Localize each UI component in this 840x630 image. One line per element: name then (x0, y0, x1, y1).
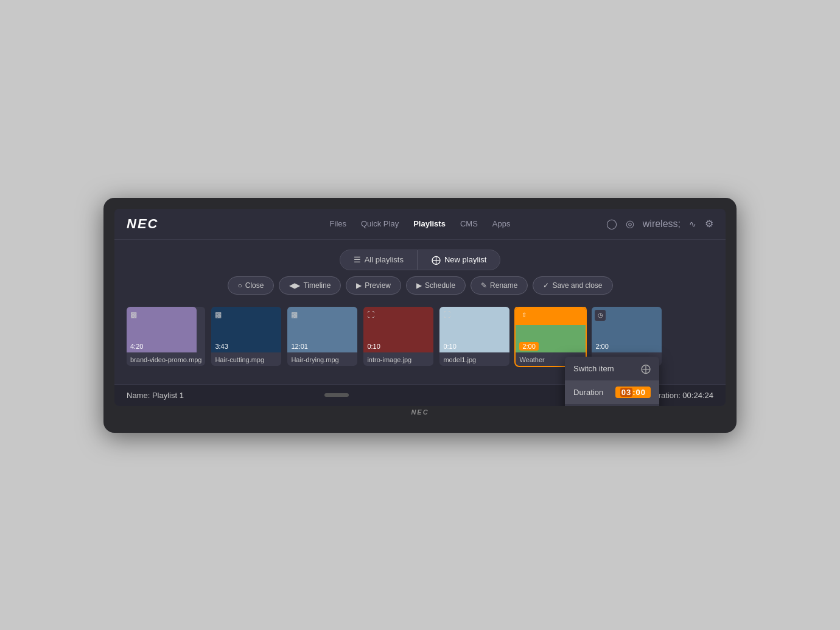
plus-icon: ⨁ (432, 254, 441, 265)
nec-logo: NEC (127, 216, 158, 232)
image-icon: ⛶ (443, 310, 450, 319)
tv-stand: NEC (114, 408, 726, 416)
globe-icon[interactable]: ◎ (626, 218, 634, 229)
image-icon: ⛶ (367, 310, 374, 319)
item-duration-7: 2:00 (595, 343, 608, 350)
duration-highlight: 03 (620, 388, 632, 397)
video-icon: ▩ (291, 310, 298, 319)
clock-badge: ◷ (595, 310, 606, 321)
tab-new-playlist[interactable]: ⨁ New playlist (418, 250, 500, 270)
nav-files[interactable]: Files (330, 219, 346, 228)
playlist-item[interactable]: ⛶ 0:10 intro-image.jpg (363, 307, 433, 366)
tv-monitor: NEC Files Quick Play Playlists CMS Apps … (103, 198, 737, 433)
playlist-item[interactable]: ⛶ 0:10 model1.jpg (439, 307, 509, 366)
list-icon: ☰ (354, 255, 361, 264)
item-name-4: intro-image.jpg (363, 352, 433, 366)
pencil-icon: ✎ (481, 281, 487, 290)
schedule-icon: ▶ (416, 281, 422, 290)
item-thumbnail-1: ▩ 4:20 (127, 307, 197, 352)
nec-bottom-logo: NEC (411, 408, 429, 416)
playlist-item[interactable]: ▩ 3:43 Hair-cutting.mpg (211, 307, 281, 366)
settings-icon[interactable]: ⚙ (705, 218, 713, 229)
nav-bar: NEC Files Quick Play Playlists CMS Apps … (114, 209, 726, 240)
item-duration-5: 0:10 (443, 343, 456, 350)
item-thumbnail-5: ⛶ 0:10 (439, 307, 509, 352)
duration-value[interactable]: 03:00 (615, 387, 651, 398)
content-area: ▩ 4:20 brand-video-promo.mpg ▩ 3:43 Hair… (114, 307, 726, 384)
tab-all-playlists[interactable]: ☰ All playlists (340, 250, 418, 270)
item-name-3: Hair-drying.mpg (287, 352, 357, 366)
check-icon: ✓ (543, 281, 549, 290)
item-name-2: Hair-cutting.mpg (211, 352, 281, 366)
weather-badge: ⇧ (519, 310, 530, 321)
item-duration-1: 4:20 (130, 343, 143, 350)
toolbar: ○ Close ◀▶ Timeline ▶ Preview ▶ Schedule… (114, 276, 726, 295)
nav-quickplay[interactable]: Quick Play (361, 219, 399, 228)
preview-button[interactable]: ▶ Preview (346, 276, 401, 295)
tab-new-playlist-label: New playlist (444, 255, 486, 264)
item-duration-6: 2:00 (519, 343, 538, 350)
playlist-item[interactable]: ▩ 12:01 Hair-drying.mpg (287, 307, 357, 366)
nav-playlists[interactable]: Playlists (413, 219, 446, 228)
playlist-tabs: ☰ All playlists ⨁ New playlist (114, 250, 726, 270)
item-name-5: model1.jpg (439, 352, 509, 366)
playlist-item[interactable]: ▩ 4:20 brand-video-promo.mpg (127, 307, 205, 366)
nav-icons: ◯ ◎ wireless; ∿ ⚙ (606, 218, 713, 229)
user-icon[interactable]: ◯ (606, 218, 617, 229)
nav-links: Files Quick Play Playlists CMS Apps (330, 219, 511, 228)
plus-circle-icon: ⨁ (641, 363, 651, 374)
rename-button[interactable]: ✎ Rename (471, 276, 528, 295)
item-thumbnail-3: ▩ 12:01 (287, 307, 357, 352)
schedule-button[interactable]: ▶ Schedule (406, 276, 466, 295)
tv-screen: NEC Files Quick Play Playlists CMS Apps … (114, 209, 726, 406)
close-button[interactable]: ○ Close (228, 276, 275, 295)
scroll-indicator (324, 393, 349, 397)
nav-apps[interactable]: Apps (492, 219, 511, 228)
item-duration-2: 3:43 (215, 343, 228, 350)
item-duration-4: 0:10 (367, 343, 380, 350)
item-duration-3: 12:01 (291, 343, 308, 350)
tab-all-playlists-label: All playlists (365, 255, 404, 264)
save-close-button[interactable]: ✓ Save and close (533, 276, 612, 295)
item-thumbnail-4: ⛶ 0:10 (363, 307, 433, 352)
timeline-icon: ◀▶ (289, 281, 300, 290)
item-thumbnail-2: ▩ 3:43 (211, 307, 281, 352)
close-icon: ○ (238, 281, 242, 290)
nav-cms[interactable]: CMS (460, 219, 478, 228)
play-icon: ▶ (356, 281, 362, 290)
context-duration[interactable]: Duration 03:00 (565, 380, 659, 404)
item-thumbnail-6: ⇧ 2:00 (516, 307, 586, 352)
context-switch-label: Switch item (573, 364, 614, 373)
context-switch-item[interactable]: Switch item ⨁ (565, 357, 659, 380)
wifi-icon[interactable]: ∿ (689, 219, 696, 229)
video-icon: ▩ (130, 310, 137, 319)
duration-input-group: 03:00 (615, 387, 651, 398)
context-duration-label: Duration (573, 388, 603, 397)
wifi-icon[interactable]: wireless; (643, 219, 681, 229)
timeline-button[interactable]: ◀▶ Timeline (279, 276, 341, 295)
playlist-name: Name: Playlist 1 (127, 391, 184, 400)
context-menu: Switch item ⨁ Duration 03:00 Reorder ⊗ (565, 357, 659, 406)
item-thumbnail-7: ◷ 2:00 (592, 307, 662, 352)
video-icon: ▩ (215, 310, 222, 319)
item-name-1: brand-video-promo.mpg (127, 352, 205, 366)
context-reorder[interactable]: Reorder ⊗ (565, 404, 659, 406)
